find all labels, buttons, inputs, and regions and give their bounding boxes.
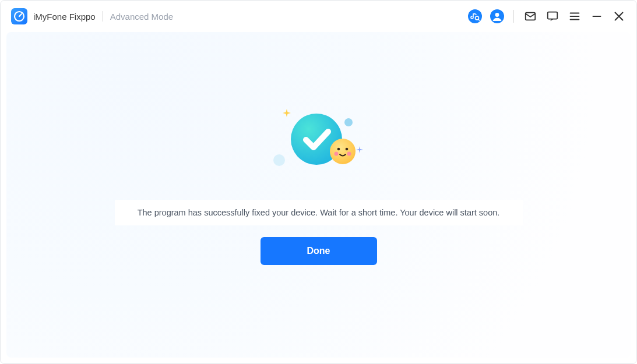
svg-point-20 bbox=[334, 152, 338, 156]
title-icons-group bbox=[468, 9, 626, 23]
status-message: The program has successfully fixed your … bbox=[115, 200, 523, 225]
account-icon[interactable] bbox=[490, 9, 504, 23]
svg-point-19 bbox=[345, 148, 348, 151]
bubble-icon bbox=[273, 154, 285, 166]
svg-point-21 bbox=[347, 152, 351, 156]
done-button[interactable]: Done bbox=[261, 237, 377, 265]
mail-icon[interactable] bbox=[523, 9, 537, 23]
svg-point-3 bbox=[468, 9, 482, 23]
svg-point-7 bbox=[495, 13, 499, 17]
minimize-icon[interactable] bbox=[590, 9, 604, 23]
app-window: iMyFone Fixppo Advanced Mode bbox=[0, 0, 637, 364]
close-icon[interactable] bbox=[612, 9, 626, 23]
content-area: The program has successfully fixed your … bbox=[6, 32, 631, 358]
svg-point-17 bbox=[330, 139, 356, 164]
music-search-icon[interactable] bbox=[468, 9, 482, 23]
titlebar-separator bbox=[513, 10, 514, 23]
title-bar: iMyFone Fixppo Advanced Mode bbox=[1, 1, 636, 32]
sparkle-icon bbox=[356, 145, 363, 156]
bubble-icon bbox=[344, 118, 353, 126]
app-logo-icon bbox=[11, 8, 27, 24]
chat-icon[interactable] bbox=[546, 9, 559, 23]
mode-label: Advanced Mode bbox=[110, 12, 173, 22]
smiley-icon bbox=[329, 138, 356, 165]
title-divider bbox=[103, 11, 103, 22]
app-title: iMyFone Fixppo bbox=[33, 12, 96, 22]
svg-rect-9 bbox=[548, 12, 558, 19]
menu-icon[interactable] bbox=[568, 9, 582, 23]
success-illustration bbox=[266, 108, 371, 189]
svg-point-18 bbox=[337, 148, 340, 151]
